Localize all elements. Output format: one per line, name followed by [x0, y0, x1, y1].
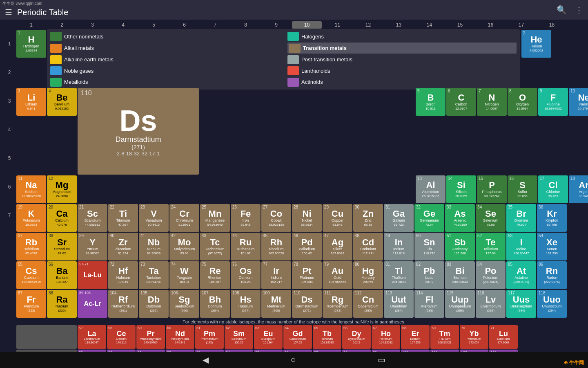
element-Eu[interactable]: 63EuEuropium151.964: [254, 325, 283, 349]
element-La[interactable]: 57LaLanthanum138.90547: [78, 325, 106, 349]
element-Gd[interactable]: 64GdGadolinium157.25: [283, 325, 312, 349]
element-Se[interactable]: 34 Se Selenium 78.96: [476, 204, 506, 232]
element-Ce[interactable]: 58CeCerium140.116: [107, 325, 136, 349]
element-P[interactable]: 15 P Phosphorus 30.973762: [477, 175, 507, 203]
element-Ge[interactable]: 32 Ge Germanium 72.64: [414, 204, 444, 232]
element-O[interactable]: 8 O Oxygen 15.9994: [508, 88, 537, 116]
element-Fr[interactable]: 87 Fr Francium (223): [16, 290, 46, 318]
element-Au[interactable]: 79 Au Gold 196.966569: [323, 261, 352, 289]
element-Sg[interactable]: 106 Sg Seaborgium (266): [169, 290, 199, 318]
element-Dy[interactable]: 66DyDysprosium162.5: [342, 325, 371, 349]
home-button[interactable]: ○: [290, 355, 296, 365]
element-Pr[interactable]: 59PrPraseodymium140.90765: [136, 325, 165, 349]
element-Db[interactable]: 105 Db Dubnium (262): [139, 290, 169, 318]
element-F[interactable]: 9 F Fluorine 18.9984032: [538, 88, 568, 116]
element-Tc[interactable]: 43 Tc Technetium (97.9072): [200, 233, 230, 260]
element-Cd[interactable]: 48 Cd Cadmium 112.411: [353, 233, 383, 260]
element-Xe[interactable]: 54 Xe Xenon 131.293: [537, 233, 567, 260]
element-Pt[interactable]: 78 Pt Platinum 195.084: [292, 261, 322, 289]
element-Ar[interactable]: 18 Ar Argon 39.948: [569, 175, 588, 203]
element-Tl[interactable]: 81 Tl Thallium 204.3833: [384, 261, 414, 289]
element-Hs[interactable]: 108 Hs Hassium (277): [231, 290, 261, 318]
element-Rh[interactable]: 45 Rh Rhodium 102.90550: [261, 233, 291, 260]
element-Kr[interactable]: 36 Kr Krypton 83.798: [537, 204, 567, 232]
element-Rg[interactable]: 111 Rg Roentgenium (272): [323, 290, 352, 318]
element-LaLu[interactable]: 57-71 La-Lu: [78, 261, 107, 289]
element-Al[interactable]: 13 Al Aluminium 26.9815386: [416, 175, 445, 203]
element-Tm[interactable]: 69TmThulium168.93421: [430, 325, 459, 349]
element-Ds2[interactable]: 110 Ds Darmstadtium (271): [292, 290, 322, 318]
search-icon[interactable]: 🔍: [557, 5, 567, 15]
element-In[interactable]: 49 In Indium 114.818: [384, 233, 414, 260]
element-Cr[interactable]: 24 Cr Chromium 51.9961: [169, 204, 199, 232]
element-Pm[interactable]: 61PmPromethium(145): [195, 325, 224, 349]
back-button[interactable]: ◀: [203, 355, 209, 365]
element-AcLr[interactable]: 89-103 Ac-Lr: [78, 290, 107, 318]
element-Ds-featured[interactable]: 110 Ds Darmstadtium (271) 2-8-18-32-32-1…: [78, 88, 199, 175]
element-Li[interactable]: 3 Li Lithium 6.941: [16, 88, 46, 116]
element-He[interactable]: 2 He Helium 4.002602: [521, 30, 551, 58]
element-Sm[interactable]: 62SmSamarium150.36: [225, 325, 253, 349]
element-Mn[interactable]: 25 Mn Manganese 54.938045: [200, 204, 230, 232]
element-Nb[interactable]: 41 Nb Niobium 92.90638: [139, 233, 169, 260]
element-Yb[interactable]: 70YbYtterbium173.054: [460, 325, 488, 349]
element-Ti[interactable]: 22 Ti Titanium 47.867: [108, 204, 138, 232]
element-Cl[interactable]: 17 Cl Chlorine 35.453: [538, 175, 568, 203]
element-Zr[interactable]: 40 Zr Zirconium 91.224: [108, 233, 138, 260]
element-Sr[interactable]: 38 Sr Strontium 87.62: [47, 233, 77, 260]
element-B[interactable]: 5 B Boron 10.811: [416, 88, 445, 116]
element-Bi[interactable]: 83 Bi Bismuth 208.98040: [445, 261, 475, 289]
more-icon[interactable]: ⋮: [575, 5, 583, 15]
element-Ag[interactable]: 47 Ag Silver 107.8682: [323, 233, 352, 260]
element-W[interactable]: 74 W Tungsten 183.84: [169, 261, 199, 289]
element-Ba[interactable]: 56 Ba Barium 137.327: [47, 261, 77, 289]
element-Te[interactable]: 52 Te Tellurium 127.60: [476, 233, 506, 260]
element-Sb[interactable]: 51 Sb Antimony 121.760: [445, 233, 475, 260]
element-V[interactable]: 23 V Vanadium 50.9415: [139, 204, 169, 232]
element-Mg[interactable]: 12 Mg Magnesium 24.3050: [47, 175, 77, 203]
element-Cu[interactable]: 29 Cu Copper 63.546: [323, 204, 352, 232]
element-Sn[interactable]: 50 Sn Tin 118.710: [414, 233, 444, 260]
element-Ca[interactable]: 20 Ca Calcium 40.078: [47, 204, 77, 232]
element-Uuo[interactable]: 118 Uuo Ununoctium (294): [537, 290, 567, 318]
element-Er[interactable]: 68ErErbium167.259: [401, 325, 430, 349]
element-S[interactable]: 16 S Sulfur 32.065: [508, 175, 537, 203]
element-Sc[interactable]: 21 Sc Scandium 44.955912: [78, 204, 107, 232]
element-Ta[interactable]: 73 Ta Tantalum 180.94788: [139, 261, 169, 289]
element-Ra[interactable]: 88 Ra Radium (226): [47, 290, 77, 318]
element-At[interactable]: 85 At Astatine (209.9871): [506, 261, 536, 289]
element-Lv[interactable]: 116 Lv Livermorium (292): [476, 290, 506, 318]
element-Fl[interactable]: 114 Fl Flerovium (289): [414, 290, 444, 318]
element-Zn[interactable]: 30 Zn Zinc 65.38: [353, 204, 383, 232]
element-Uup[interactable]: 115 Uup Ununpentium (288): [445, 290, 475, 318]
element-C[interactable]: 6 C Carbon 12.0107: [446, 88, 476, 116]
element-Hg[interactable]: 80 Hg Mercury 200.59: [353, 261, 383, 289]
element-Bh[interactable]: 107 Bh Bohrium (264): [200, 290, 230, 318]
element-Fe[interactable]: 26 Fe Iron 55.845: [231, 204, 261, 232]
element-Pb[interactable]: 82 Pb Lead 207.2: [414, 261, 444, 289]
element-Tb[interactable]: 65TbTerbium158.92535: [313, 325, 341, 349]
element-Be[interactable]: 4 Be Beryllium 9.012182: [47, 88, 77, 116]
element-Re[interactable]: 75 Re Rhenium 186.207: [200, 261, 230, 289]
element-Ho[interactable]: 67HoHolmium164.93032: [372, 325, 400, 349]
element-Ru[interactable]: 44 Ru Ruthenium 101.07: [231, 233, 261, 260]
element-Hf[interactable]: 72 Hf Hafnium 178.49: [108, 261, 138, 289]
element-Y[interactable]: 39 Y Yttrium 88.90585: [78, 233, 107, 260]
element-Uut[interactable]: 113 Uut Ununtrium (284): [384, 290, 414, 318]
element-Br[interactable]: 35 Br Bromine 79.904: [506, 204, 536, 232]
element-Pd[interactable]: 46 Pd Palladium 106.42: [292, 233, 322, 260]
element-Co[interactable]: 27 Co Cobalt 58.933195: [261, 204, 291, 232]
element-Mo[interactable]: 42 Mo Molybdenum 95.96: [169, 233, 199, 260]
element-Si[interactable]: 14 Si Silicon 28.0855: [446, 175, 476, 203]
element-Lu[interactable]: 71LuLutetium174.9668: [489, 325, 518, 349]
element-H[interactable]: 1 H Hydrogen 1.00794: [16, 30, 46, 58]
element-Ni[interactable]: 28 Ni Nickel 58.6934: [292, 204, 322, 232]
element-Mt[interactable]: 109 Mt Meitnerium (268): [261, 290, 291, 318]
element-Po[interactable]: 84 Po Polonium (208.9824): [476, 261, 506, 289]
element-Uus[interactable]: 117 Uus Ununseptium (294): [506, 290, 536, 318]
element-Cs[interactable]: 55 Cs Caesium 132.9054519: [16, 261, 46, 289]
menu-icon[interactable]: ☰: [5, 7, 12, 17]
element-Ga[interactable]: 31 Ga Gallium 69.723: [384, 204, 414, 232]
element-Rn[interactable]: 86 Rn Radon (222.0176): [537, 261, 567, 289]
element-Os[interactable]: 76 Os Osmium 190.23: [231, 261, 261, 289]
